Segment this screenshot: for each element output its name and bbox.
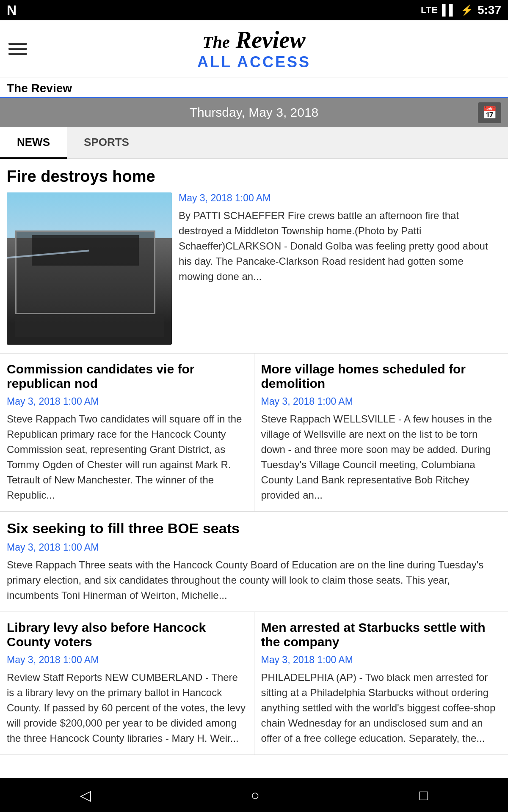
- commission-body: Steve Rappach Two candidates will square…: [7, 411, 247, 503]
- tab-bar: NEWS SPORTS: [0, 127, 508, 159]
- article-boe[interactable]: Six seeking to fill three BOE seats May …: [0, 512, 508, 612]
- demolition-headline: More village homes scheduled for demolit…: [261, 362, 502, 391]
- status-bar-right: LTE ▌▌ ⚡ 5:37: [421, 3, 501, 17]
- starbucks-date: May 3, 2018 1:00 AM: [261, 654, 502, 666]
- logo-review: Review: [236, 27, 306, 53]
- library-date: May 3, 2018 1:00 AM: [7, 654, 247, 666]
- library-body: Review Staff Reports NEW CUMBERLAND - Th…: [7, 670, 247, 746]
- article-library[interactable]: Library levy also before Hancock County …: [0, 612, 254, 754]
- signal-icon: ▌▌: [442, 4, 456, 16]
- demolition-body: Steve Rappach WELLSVILLE - A few houses …: [261, 411, 502, 503]
- hamburger-line-1: [8, 43, 27, 45]
- date-text: Thursday, May 3, 2018: [190, 105, 319, 120]
- article-demolition[interactable]: More village homes scheduled for demolit…: [254, 354, 508, 511]
- tab-sports[interactable]: SPORTS: [67, 127, 146, 159]
- app-icon: N: [7, 3, 17, 18]
- fire-image: [7, 192, 172, 345]
- date-bar: Thursday, May 3, 2018 📅: [0, 98, 508, 127]
- top-article[interactable]: Fire destroys home May 3, 2018 1:00 AM: [0, 159, 508, 354]
- bottom-navigation: ◁ ○ □: [0, 778, 508, 812]
- content-area: Fire destroys home May 3, 2018 1:00 AM: [0, 159, 508, 789]
- back-button[interactable]: ◁: [67, 782, 104, 808]
- calendar-icon: 📅: [482, 106, 497, 119]
- top-article-body: By PATTI SCHAEFFER Fire crews battle an …: [179, 208, 501, 284]
- article-commission[interactable]: Commission candidates vie for republican…: [0, 354, 254, 511]
- hamburger-line-3: [8, 53, 27, 55]
- app-header: The Review ALL ACCESS: [0, 20, 508, 77]
- starbucks-body: PHILADELPHIA (AP) - Two black men arrest…: [261, 670, 502, 746]
- logo-the: The: [202, 33, 229, 52]
- app-logo: The Review ALL ACCESS: [197, 26, 311, 71]
- top-article-image: [7, 192, 172, 345]
- hamburger-line-2: [8, 48, 27, 50]
- two-col-row-2: Library levy also before Hancock County …: [0, 612, 508, 755]
- section-label-text: The Review: [7, 82, 72, 95]
- time-display: 5:37: [478, 3, 501, 17]
- top-article-content: May 3, 2018 1:00 AM By PATTI SCHAEFFER F…: [7, 192, 501, 345]
- logo-subtitle: ALL ACCESS: [197, 53, 311, 71]
- top-article-text: May 3, 2018 1:00 AM By PATTI SCHAEFFER F…: [179, 192, 501, 345]
- status-bar-left: N: [7, 3, 17, 18]
- boe-body: Steve Rappach Three seats with the Hanco…: [7, 557, 501, 603]
- home-button[interactable]: ○: [238, 783, 272, 808]
- article-starbucks[interactable]: Men arrested at Starbucks settle with th…: [254, 612, 508, 754]
- battery-icon: ⚡: [461, 4, 473, 16]
- calendar-button[interactable]: 📅: [478, 102, 501, 123]
- top-article-date: May 3, 2018 1:00 AM: [179, 192, 501, 204]
- demolition-date: May 3, 2018 1:00 AM: [261, 396, 502, 407]
- status-bar: N LTE ▌▌ ⚡ 5:37: [0, 0, 508, 20]
- two-col-row-1: Commission candidates vie for republican…: [0, 354, 508, 512]
- boe-headline: Six seeking to fill three BOE seats: [7, 520, 501, 537]
- commission-headline: Commission candidates vie for republican…: [7, 362, 247, 391]
- hamburger-button[interactable]: [7, 41, 29, 57]
- library-headline: Library levy also before Hancock County …: [7, 620, 247, 649]
- commission-date: May 3, 2018 1:00 AM: [7, 396, 247, 407]
- recent-button[interactable]: □: [407, 783, 441, 808]
- boe-date: May 3, 2018 1:00 AM: [7, 542, 501, 553]
- section-label-bar: The Review: [0, 77, 508, 98]
- lte-icon: LTE: [421, 5, 438, 16]
- starbucks-headline: Men arrested at Starbucks settle with th…: [261, 620, 502, 649]
- tab-news[interactable]: NEWS: [0, 127, 67, 159]
- top-article-headline: Fire destroys home: [7, 167, 501, 186]
